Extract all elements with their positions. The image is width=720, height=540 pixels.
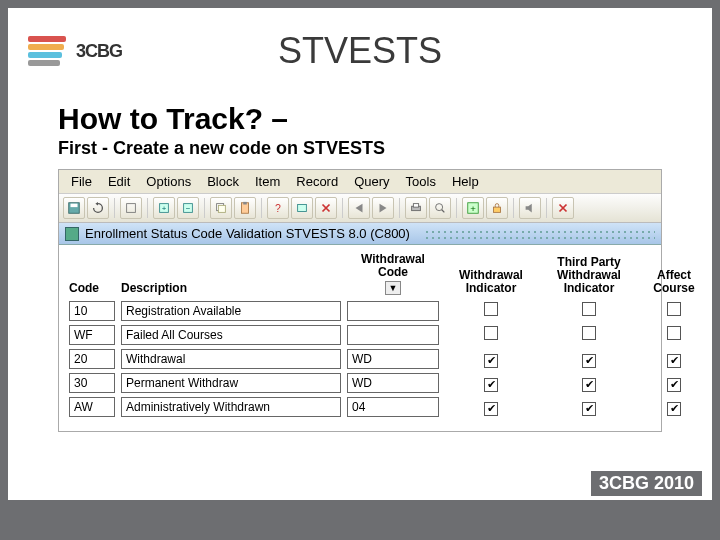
affect-course-checkbox[interactable] (667, 302, 681, 316)
affect-course-checkbox[interactable] (667, 378, 681, 392)
window-caption: Enrollment Status Code Validation STVEST… (59, 223, 661, 245)
description-field[interactable] (121, 373, 341, 393)
paste-icon[interactable] (234, 197, 256, 219)
menu-options[interactable]: Options (140, 172, 197, 191)
menu-block[interactable]: Block (201, 172, 245, 191)
withdrawal-code-dropdown[interactable]: ▼ (385, 281, 401, 295)
toolbar: + − ? + (59, 194, 661, 223)
print-icon[interactable] (405, 197, 427, 219)
copy-icon[interactable] (210, 197, 232, 219)
menu-file[interactable]: File (65, 172, 98, 191)
add-button-icon[interactable]: + (462, 197, 484, 219)
withdrawal-code-field[interactable] (347, 373, 439, 393)
withdrawal-indicator-checkbox[interactable] (484, 302, 498, 316)
description-field[interactable] (121, 301, 341, 321)
svg-text:+: + (162, 204, 167, 213)
withdrawal-indicator-checkbox[interactable] (484, 378, 498, 392)
table-row (69, 373, 651, 393)
menu-help[interactable]: Help (446, 172, 485, 191)
remove-record-icon[interactable]: − (177, 197, 199, 219)
menu-record[interactable]: Record (290, 172, 344, 191)
description-field[interactable] (121, 325, 341, 345)
third-party-withdrawal-indicator-checkbox[interactable] (582, 326, 596, 340)
logo-flag-icon (28, 30, 70, 72)
menu-tools[interactable]: Tools (400, 172, 442, 191)
form-icon (65, 227, 79, 241)
menu-edit[interactable]: Edit (102, 172, 136, 191)
col-affect-course: Affect Course (641, 269, 707, 295)
footer-brand: 3CBG 2010 (591, 471, 702, 496)
withdrawal-indicator-checkbox[interactable] (484, 402, 498, 416)
svg-rect-12 (298, 205, 307, 212)
third-party-withdrawal-indicator-checkbox[interactable] (582, 378, 596, 392)
description-field[interactable] (121, 397, 341, 417)
withdrawal-indicator-checkbox[interactable] (484, 326, 498, 340)
lock-icon[interactable] (486, 197, 508, 219)
table-row (69, 397, 651, 417)
heading: How to Track? – (58, 102, 662, 136)
svg-rect-1 (71, 204, 78, 208)
svg-text:−: − (186, 204, 191, 213)
logo-text: 3CBG (76, 41, 122, 62)
withdrawal-code-field[interactable] (347, 349, 439, 369)
code-field[interactable] (69, 397, 115, 417)
window-caption-text: Enrollment Status Code Validation STVEST… (85, 226, 410, 241)
code-field[interactable] (69, 301, 115, 321)
title-band: 3CBG STVESTS (8, 8, 712, 94)
third-party-withdrawal-indicator-checkbox[interactable] (582, 402, 596, 416)
third-party-withdrawal-indicator-checkbox[interactable] (582, 302, 596, 316)
withdrawal-code-field[interactable] (347, 397, 439, 417)
svg-text:+: + (470, 203, 476, 214)
menubar: File Edit Options Block Item Record Quer… (59, 170, 661, 194)
logo: 3CBG (28, 30, 122, 72)
table-row (69, 325, 651, 345)
withdrawal-code-field[interactable] (347, 325, 439, 345)
insert-record-icon[interactable]: + (153, 197, 175, 219)
affect-course-checkbox[interactable] (667, 402, 681, 416)
app-window: File Edit Options Block Item Record Quer… (58, 169, 662, 432)
cancel-query-icon[interactable] (315, 197, 337, 219)
svg-text:?: ? (275, 202, 281, 214)
caption-decor (424, 229, 655, 239)
code-field[interactable] (69, 373, 115, 393)
zoom-icon[interactable] (429, 197, 451, 219)
table-row (69, 349, 651, 369)
menu-item[interactable]: Item (249, 172, 286, 191)
rollback-icon[interactable] (87, 197, 109, 219)
affect-course-checkbox[interactable] (667, 326, 681, 340)
subheading: First - Create a new code on STVESTS (58, 138, 662, 159)
svg-rect-14 (413, 204, 418, 208)
exit-icon[interactable] (552, 197, 574, 219)
affect-course-checkbox[interactable] (667, 354, 681, 368)
svg-rect-2 (127, 204, 136, 213)
previous-record-icon[interactable] (348, 197, 370, 219)
speaker-icon[interactable] (519, 197, 541, 219)
page-title: STVESTS (278, 30, 442, 72)
enter-query-icon[interactable]: ? (267, 197, 289, 219)
svg-rect-10 (243, 202, 247, 205)
code-field[interactable] (69, 349, 115, 369)
svg-rect-19 (494, 207, 501, 212)
next-record-icon[interactable] (372, 197, 394, 219)
save-icon[interactable] (63, 197, 85, 219)
menu-query[interactable]: Query (348, 172, 395, 191)
table-row (69, 301, 651, 321)
col-withdrawal-code: Withdrawal Code (347, 253, 439, 279)
withdrawal-code-field[interactable] (347, 301, 439, 321)
third-party-withdrawal-indicator-checkbox[interactable] (582, 354, 596, 368)
svg-point-15 (436, 204, 443, 211)
col-code: Code (69, 282, 115, 295)
code-field[interactable] (69, 325, 115, 345)
col-description: Description (121, 282, 341, 295)
col-third-party-withdrawal-indicator: Third Party Withdrawal Indicator (543, 256, 635, 296)
svg-rect-8 (218, 205, 225, 212)
execute-query-icon[interactable] (291, 197, 313, 219)
select-icon[interactable] (120, 197, 142, 219)
description-field[interactable] (121, 349, 341, 369)
grid-area: Code Description Withdrawal Code ▼ Withd… (59, 245, 661, 431)
col-withdrawal-indicator: Withdrawal Indicator (445, 269, 537, 295)
svg-line-16 (442, 210, 445, 213)
withdrawal-indicator-checkbox[interactable] (484, 354, 498, 368)
